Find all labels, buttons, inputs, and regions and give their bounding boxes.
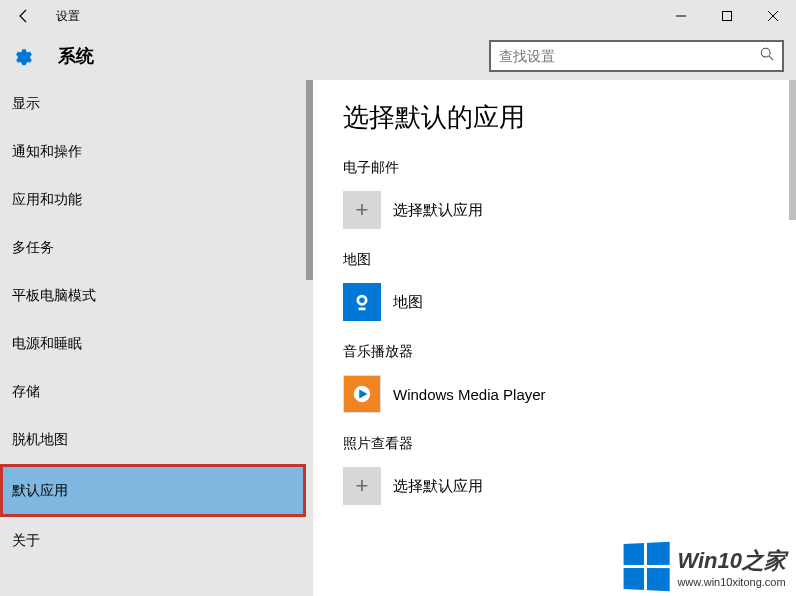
choose-photos-app[interactable]: + 选择默认应用: [343, 467, 796, 505]
section-label: 照片查看器: [343, 435, 796, 453]
sidebar-item-label: 电源和睡眠: [12, 335, 82, 353]
svg-point-7: [359, 297, 365, 303]
sidebar-item-multitasking[interactable]: 多任务: [0, 224, 306, 272]
sidebar-item-about[interactable]: 关于: [0, 517, 306, 565]
svg-line-5: [769, 56, 773, 60]
main-scrollbar[interactable]: [789, 80, 796, 220]
maps-app[interactable]: 地图: [343, 283, 796, 321]
back-button[interactable]: [0, 0, 48, 32]
maximize-button[interactable]: [704, 0, 750, 32]
search-icon: [760, 47, 774, 65]
sidebar-item-storage[interactable]: 存储: [0, 368, 306, 416]
app-name: Windows Media Player: [393, 386, 546, 403]
sidebar-item-apps-features[interactable]: 应用和功能: [0, 176, 306, 224]
titlebar: 设置: [0, 0, 796, 32]
sidebar-item-tablet-mode[interactable]: 平板电脑模式: [0, 272, 306, 320]
music-app[interactable]: Windows Media Player: [343, 375, 796, 413]
sidebar-item-label: 应用和功能: [12, 191, 82, 209]
maps-icon: [343, 283, 381, 321]
sidebar-item-label: 多任务: [12, 239, 54, 257]
window-controls: [658, 0, 796, 32]
svg-rect-8: [358, 308, 365, 311]
section-label: 地图: [343, 251, 796, 269]
sidebar-item-label: 脱机地图: [12, 431, 68, 449]
section-label: 音乐播放器: [343, 343, 796, 361]
watermark-title: Win10之家: [677, 546, 786, 576]
section-photos: 照片查看器 + 选择默认应用: [343, 435, 796, 505]
watermark: Win10之家 www.win10xitong.com: [622, 543, 786, 590]
sidebar-item-label: 显示: [12, 95, 40, 113]
sidebar-item-default-apps[interactable]: 默认应用: [0, 464, 306, 517]
app-name: 地图: [393, 293, 423, 312]
sidebar-item-power-sleep[interactable]: 电源和睡眠: [0, 320, 306, 368]
close-button[interactable]: [750, 0, 796, 32]
sidebar-item-label: 关于: [12, 532, 40, 550]
sidebar-item-offline-maps[interactable]: 脱机地图: [0, 416, 306, 464]
windows-logo-icon: [624, 542, 670, 591]
sidebar-item-notifications[interactable]: 通知和操作: [0, 128, 306, 176]
window-title: 设置: [56, 8, 80, 25]
svg-rect-1: [723, 12, 732, 21]
search-box[interactable]: [489, 40, 784, 72]
sidebar-item-display[interactable]: 显示: [0, 80, 306, 128]
sidebar-item-label: 存储: [12, 383, 40, 401]
content-area: 显示 通知和操作 应用和功能 多任务 平板电脑模式 电源和睡眠 存储 脱机地图 …: [0, 80, 796, 596]
plus-icon: +: [343, 191, 381, 229]
sidebar-item-label: 通知和操作: [12, 143, 82, 161]
svg-point-4: [761, 48, 770, 57]
section-music: 音乐播放器 Windows Media Player: [343, 343, 796, 413]
section-maps: 地图 地图: [343, 251, 796, 321]
wmp-icon: [343, 375, 381, 413]
plus-icon: +: [343, 467, 381, 505]
sidebar-scrollbar[interactable]: [306, 80, 313, 280]
watermark-url: www.win10xitong.com: [677, 576, 786, 588]
header: 系统: [0, 32, 796, 80]
app-name: 选择默认应用: [393, 201, 483, 220]
section-email: 电子邮件 + 选择默认应用: [343, 159, 796, 229]
minimize-button[interactable]: [658, 0, 704, 32]
gear-icon: [12, 44, 36, 68]
page-title: 选择默认的应用: [343, 100, 796, 135]
page-category-title: 系统: [58, 44, 94, 68]
choose-email-app[interactable]: + 选择默认应用: [343, 191, 796, 229]
sidebar-item-label: 平板电脑模式: [12, 287, 96, 305]
main-panel: 选择默认的应用 电子邮件 + 选择默认应用 地图 地图 音乐播放器: [313, 80, 796, 596]
app-name: 选择默认应用: [393, 477, 483, 496]
sidebar-item-label: 默认应用: [12, 482, 68, 500]
section-label: 电子邮件: [343, 159, 796, 177]
sidebar: 显示 通知和操作 应用和功能 多任务 平板电脑模式 电源和睡眠 存储 脱机地图 …: [0, 80, 313, 596]
search-input[interactable]: [499, 48, 760, 64]
